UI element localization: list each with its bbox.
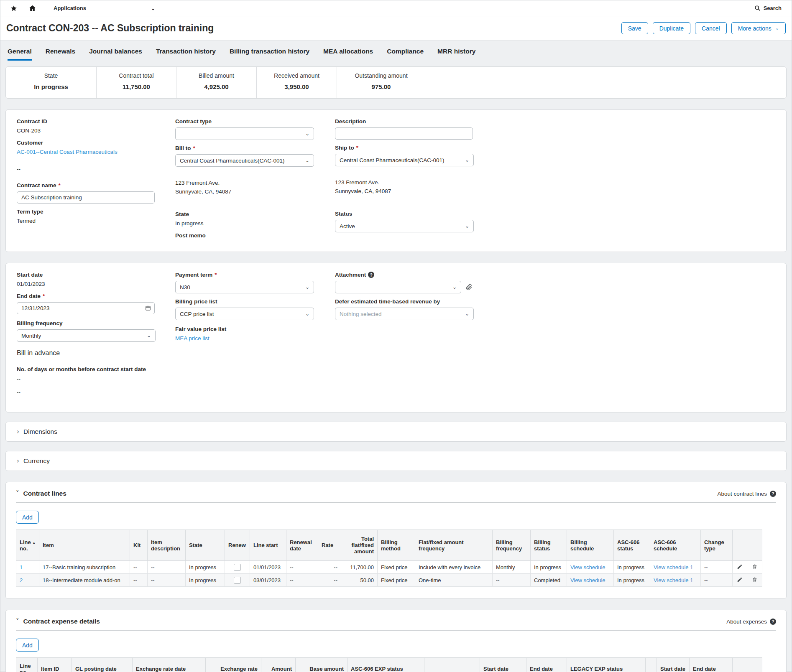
asc606-status-cell: In progress [614, 561, 650, 574]
edit-icon[interactable] [737, 577, 743, 583]
calendar-icon[interactable] [145, 305, 151, 311]
kit-cell: -- [130, 574, 148, 587]
summary-value: 975.00 [337, 83, 425, 90]
tab-journal-balances[interactable]: Journal balances [89, 48, 142, 61]
help-icon[interactable]: ? [368, 272, 374, 278]
tab-general[interactable]: General [8, 48, 32, 61]
billing-schedule-link[interactable]: View schedule [570, 577, 605, 583]
end-date-input[interactable] [17, 302, 155, 314]
tab-mea-allocations[interactable]: MEA allocations [323, 48, 373, 61]
global-search[interactable]: Search [754, 5, 782, 11]
tab-billing-transaction-history[interactable]: Billing transaction history [230, 48, 309, 61]
dimensions-section-label: Dimensions [23, 428, 57, 435]
payment-term-value: N30 [180, 284, 190, 290]
col-edit [733, 658, 747, 672]
fair-value-price-list-label: Fair value price list [175, 326, 335, 332]
contract-lines-header-row: Line▲ no. Item Kit Item description Stat… [16, 530, 762, 561]
chevron-down-icon: ⌄ [452, 284, 457, 290]
col-line-no[interactable]: Line▲ no. [16, 530, 39, 561]
add-expense-button[interactable]: Add [16, 639, 39, 652]
billing-schedule-link[interactable]: View schedule [570, 564, 605, 570]
about-expenses[interactable]: About expenses ? [726, 619, 776, 625]
tab-renewals[interactable]: Renewals [46, 48, 76, 61]
customer-extra-value: -- [17, 166, 175, 172]
more-actions-button[interactable]: More actions ⌄ [731, 22, 786, 34]
ship-to-label: Ship to* [335, 145, 775, 151]
chevron-down-icon[interactable]: ˅ [16, 490, 19, 497]
bill-to-address: 123 Fremont Ave. Sunnyvale, CA, 94087 [175, 178, 335, 196]
line-number-link[interactable]: 2 [20, 577, 23, 583]
summary-received-amount: Received amount 3,950.00 [256, 67, 337, 98]
col-change-type: Change type [701, 530, 733, 561]
about-contract-lines[interactable]: About contract lines ? [717, 491, 776, 497]
payment-term-select[interactable]: N30 ⌄ [175, 281, 314, 293]
col-billing-frequency: Billing frequency [493, 530, 531, 561]
delete-icon[interactable] [752, 577, 758, 583]
favorite-star-icon[interactable] [10, 5, 17, 12]
contract-expense-table: Line no. Item ID GL posting date Exchang… [16, 657, 762, 672]
contract-lines-title: Contract lines [23, 490, 66, 497]
col-kit: Kit [130, 530, 148, 561]
duplicate-button[interactable]: Duplicate [653, 22, 690, 34]
renew-checkbox[interactable] [234, 564, 241, 571]
chevron-down-icon: ⌄ [147, 333, 151, 339]
line-number-link[interactable]: 1 [20, 564, 23, 570]
asc606-schedule-link[interactable]: View schedule 1 [654, 564, 693, 570]
line-start-cell: 03/01/2023 [250, 574, 286, 587]
currency-section-toggle[interactable]: › Currency [5, 451, 787, 471]
tab-mrr-history[interactable]: MRR history [437, 48, 475, 61]
tab-transaction-history[interactable]: Transaction history [156, 48, 216, 61]
contract-type-label: Contract type [175, 118, 335, 125]
billing-price-list-label: Billing price list [175, 298, 335, 305]
billing-price-list-select[interactable]: CCP price list ⌄ [175, 308, 314, 320]
general-column-2: Contract type ⌄ Bill to* Central Coast P… [175, 118, 335, 242]
col-item-description: Item description [148, 530, 186, 561]
contract-summary-strip: State In progress Contract total 11,750.… [5, 66, 787, 99]
mea-price-list-link[interactable]: MEA price list [175, 335, 209, 341]
edit-icon[interactable] [737, 564, 743, 570]
contract-page: Applications ⌄ Search Contract CON-203 -… [0, 0, 792, 672]
ship-to-select[interactable]: Central Coast Pharmaceuticals(CAC-001) ⌄ [335, 154, 474, 166]
tab-compliance[interactable]: Compliance [387, 48, 424, 61]
col-gl-posting-date: GL posting date [72, 658, 133, 672]
delete-icon[interactable] [752, 564, 758, 570]
attachment-select[interactable]: ⌄ [335, 281, 461, 293]
col-asc606-exp-status: ASC-606 EXP status [347, 658, 424, 672]
home-icon[interactable] [29, 5, 36, 12]
customer-label: Customer [17, 140, 175, 146]
item-cell: 17--Basic training subscription [39, 561, 130, 574]
summary-value: 3,950.00 [257, 83, 337, 90]
save-button[interactable]: Save [621, 22, 648, 34]
billing-frequency-select[interactable]: Monthly ⌄ [17, 329, 156, 342]
paperclip-icon[interactable] [466, 284, 473, 290]
header-actions: Save Duplicate Cancel More actions ⌄ [621, 22, 786, 34]
asc606-schedule-link[interactable]: View schedule 1 [654, 577, 693, 583]
col-start-date: Start date [480, 658, 526, 672]
col-delete [747, 658, 762, 672]
dimensions-section-toggle[interactable]: › Dimensions [5, 422, 787, 442]
description-label: Description [335, 118, 775, 125]
add-contract-line-button[interactable]: Add [16, 511, 39, 524]
defer-revenue-select[interactable]: Nothing selected ⌄ [335, 308, 474, 320]
chevron-down-icon: ⌄ [465, 223, 469, 229]
rate-cell: -- [318, 561, 341, 574]
summary-label: Billed amount [176, 72, 256, 79]
description-input[interactable] [335, 127, 473, 140]
contract-line-row: 2 18--Intermediate module add-on -- -- I… [16, 574, 762, 587]
status-select[interactable]: Active ⌄ [335, 220, 474, 232]
cancel-button[interactable]: Cancel [695, 22, 727, 34]
chevron-right-icon: › [17, 428, 19, 435]
col-base-amount: Base amount [296, 658, 347, 672]
contract-type-select[interactable]: ⌄ [175, 127, 314, 140]
customer-link[interactable]: AC-001--Central Coast Pharmaceuticals [17, 149, 118, 155]
bill-to-select[interactable]: Central Coast Pharmaceuticals(CAC-001) ⌄ [175, 154, 314, 167]
applications-menu[interactable]: Applications ⌄ [54, 5, 155, 11]
summary-value: In progress [6, 83, 96, 90]
col-legacy-exp-status: LEGACY EXP status [567, 658, 646, 672]
chevron-down-icon[interactable]: ˅ [16, 618, 19, 625]
contract-name-input[interactable] [17, 191, 155, 204]
change-type-cell: -- [701, 561, 733, 574]
required-asterisk: * [215, 272, 217, 278]
general-info-panel: Contract ID CON-203 Customer AC-001--Cen… [5, 109, 787, 252]
renew-checkbox[interactable] [234, 577, 241, 584]
